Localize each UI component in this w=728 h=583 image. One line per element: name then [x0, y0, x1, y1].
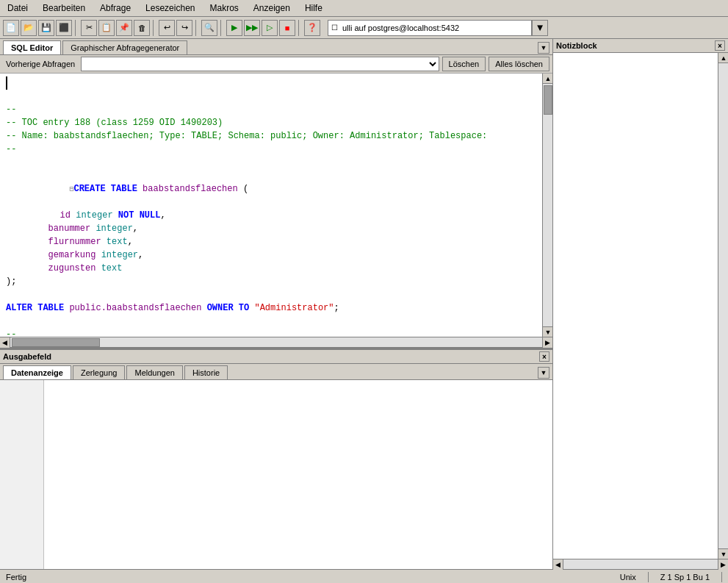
- tab-sql-editor[interactable]: SQL Editor: [3, 40, 61, 54]
- query-history-bar: Vorherige Abfragen Löschen Alles löschen: [0, 55, 552, 74]
- toolbar: 📄 📂 💾 ⬛ ✂ 📋 📌 🗑 ↩ ↪ 🔍 ▶ ▶▶ ▷ ■ ❓ ☐ ulli …: [0, 17, 728, 39]
- output-close-btn[interactable]: ×: [539, 351, 549, 362]
- notizblock-body-row: ▲ ▼: [553, 53, 728, 559]
- output-header: Ausgabefeld ×: [0, 350, 552, 364]
- notizblock-scroll-down[interactable]: ▼: [718, 548, 728, 559]
- output-title: Ausgabefeld: [3, 352, 51, 361]
- code-line-col3: flurnummer text,: [6, 235, 536, 248]
- scroll-thumb[interactable]: [544, 85, 552, 115]
- code-line-col5: zugunsten text: [6, 262, 536, 275]
- connection-dropdown[interactable]: ▼: [532, 20, 548, 36]
- status-sep2: [721, 572, 722, 582]
- statusbar: Fertig Unix Z 1 Sp 1 Bu 1: [0, 569, 728, 583]
- copy-button[interactable]: 📋: [98, 20, 115, 36]
- delete-btn[interactable]: Löschen: [442, 57, 486, 71]
- output-tabs: Datenanzeige Zerlegung Meldungen Histori…: [0, 364, 552, 380]
- search-button[interactable]: 🔍: [201, 20, 217, 36]
- code-line-alter: ALTER TABLE public.baabstandsflaechen OW…: [6, 301, 536, 315]
- left-panel: SQL Editor Graphischer Abfragegenerator …: [0, 39, 553, 569]
- code-area-wrapper: -- -- TOC entry 188 (class 1259 OID 1490…: [0, 74, 552, 337]
- code-line-close: );: [6, 275, 536, 288]
- undo-button[interactable]: ↩: [159, 20, 175, 36]
- redo-button[interactable]: ↪: [176, 20, 192, 36]
- clear-button[interactable]: 🗑: [134, 20, 150, 36]
- output-tab-history[interactable]: Historie: [184, 365, 228, 379]
- sep5: [298, 20, 301, 36]
- main-container: SQL Editor Graphischer Abfragegenerator …: [0, 39, 728, 569]
- paste-button[interactable]: 📌: [116, 20, 132, 36]
- cut-button[interactable]: ✂: [81, 20, 97, 36]
- sql-editor-panel: SQL Editor Graphischer Abfragegenerator …: [0, 39, 552, 348]
- status-sep1: [648, 572, 649, 582]
- vscrollbar[interactable]: ▲ ▼: [542, 74, 552, 337]
- notizblock-hscrollbar[interactable]: ◀ ▶: [553, 559, 728, 569]
- code-editor[interactable]: -- -- TOC entry 188 (class 1259 OID 1490…: [0, 74, 542, 337]
- notizblock-close-btn[interactable]: ×: [715, 40, 725, 51]
- sep2: [153, 20, 156, 36]
- output-panel: Ausgabefeld × Datenanzeige Zerlegung Mel…: [0, 348, 552, 569]
- new-button[interactable]: 📄: [3, 20, 19, 36]
- notizblock-title: Notizblock: [556, 41, 597, 50]
- sep3: [195, 20, 198, 36]
- code-line-empty4: [6, 315, 536, 328]
- sep1: [75, 20, 78, 36]
- code-line-c2: -- TOC entry 188 (class 1259 OID 1490203…: [6, 116, 536, 129]
- connection-box: ☐ ulli auf postgres@localhost:5432: [328, 20, 532, 36]
- encoding-label: Unix: [620, 573, 636, 582]
- code-line-empty1: [6, 90, 536, 103]
- scroll-up[interactable]: ▲: [543, 74, 552, 84]
- code-line-empty3: [6, 288, 536, 301]
- hscroll-thumb[interactable]: [12, 338, 100, 347]
- menu-hilfe[interactable]: Hilfe: [300, 1, 327, 15]
- menu-makros[interactable]: Makros: [205, 1, 242, 15]
- editor-tabs: SQL Editor Graphischer Abfragegenerator …: [0, 39, 552, 55]
- position-label: Z 1 Sp 1 Bu 1: [660, 573, 710, 582]
- scroll-down[interactable]: ▼: [543, 326, 552, 337]
- tabs-dropdown[interactable]: ▼: [538, 42, 549, 54]
- output-tabs-dropdown[interactable]: ▼: [538, 367, 549, 379]
- menu-abfrage[interactable]: Abfrage: [95, 1, 135, 15]
- notizblock-scroll-up[interactable]: ▲: [718, 53, 728, 63]
- notizblock-scroll-left[interactable]: ◀: [553, 559, 563, 570]
- notizblock-body[interactable]: [553, 53, 718, 559]
- menu-anzeigen[interactable]: Anzeigen: [249, 1, 295, 15]
- code-line-c5: --: [6, 328, 536, 337]
- output-tab-data[interactable]: Datenanzeige: [3, 365, 71, 379]
- run-button[interactable]: ▶: [226, 20, 242, 36]
- delete-all-btn[interactable]: Alles löschen: [489, 57, 549, 71]
- history-label: Vorherige Abfragen: [3, 60, 78, 68]
- help-button[interactable]: ❓: [304, 20, 320, 36]
- notizblock-scroll-right[interactable]: ▶: [718, 559, 728, 570]
- output-tab-decompose[interactable]: Zerlegung: [73, 365, 126, 379]
- run-selected-button[interactable]: ▷: [262, 20, 278, 36]
- menu-bearbeiten[interactable]: Bearbeiten: [38, 1, 90, 15]
- code-line-c4: --: [6, 143, 536, 156]
- open-button[interactable]: 📂: [21, 20, 37, 36]
- history-combo[interactable]: [81, 57, 439, 71]
- tab-graphical-query[interactable]: Graphischer Abfragegenerator: [62, 40, 187, 54]
- code-line-c3: -- Name: baabstandsflaechen; Type: TABLE…: [6, 129, 536, 143]
- code-line-c1: --: [6, 103, 536, 116]
- code-line-col2: banummer integer,: [6, 222, 536, 235]
- scroll-right[interactable]: ▶: [542, 337, 552, 348]
- menubar: Datei Bearbeiten Abfrage Lesezeichen Mak…: [0, 0, 728, 17]
- notizblock-panel: Notizblock × ▲ ▼ ◀ ▶: [553, 39, 728, 569]
- stop-exec-button[interactable]: ■: [279, 20, 295, 36]
- connection-label: ulli auf postgres@localhost:5432: [342, 24, 459, 32]
- output-tab-messages[interactable]: Meldungen: [126, 365, 182, 379]
- code-line-col1: id integer NOT NULL,: [6, 209, 536, 222]
- notizblock-header: Notizblock ×: [553, 39, 728, 53]
- hscrollbar[interactable]: ◀ ▶: [0, 337, 552, 347]
- stop-button[interactable]: ⬛: [56, 20, 72, 36]
- menu-lesezeichen[interactable]: Lesezeichen: [141, 1, 199, 15]
- run-all-button[interactable]: ▶▶: [244, 20, 260, 36]
- code-line-col4: gemarkung integer,: [6, 248, 536, 262]
- menu-datei[interactable]: Datei: [3, 1, 32, 15]
- status-text: Fertig: [6, 573, 26, 582]
- notizblock-scrollbar[interactable]: ▲ ▼: [718, 53, 728, 559]
- output-row-numbers: [0, 380, 44, 569]
- save-button[interactable]: 💾: [38, 20, 54, 36]
- sep4: [220, 20, 223, 36]
- scroll-left[interactable]: ◀: [0, 337, 10, 348]
- code-line-create: ⊟CREATE TABLE baabstandsflaechen (: [6, 169, 536, 209]
